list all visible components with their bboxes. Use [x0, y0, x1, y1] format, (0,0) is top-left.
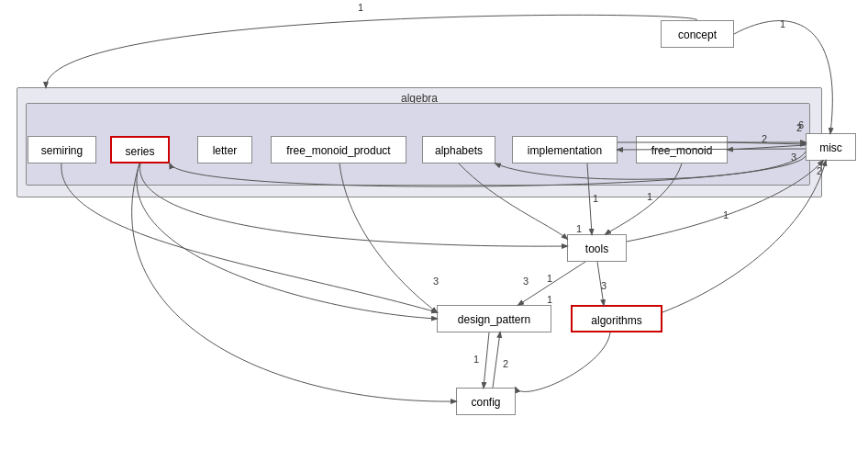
node-series[interactable]: series	[110, 136, 170, 163]
arrows-layer: 1 2 6 3 1 1 3 1 3 1 2	[0, 0, 868, 462]
svg-text:1: 1	[473, 354, 479, 365]
node-free-monoid-product[interactable]: free_monoid_product	[271, 136, 406, 163]
node-config[interactable]: config	[456, 388, 516, 415]
node-misc[interactable]: misc	[806, 133, 856, 161]
node-design-pattern[interactable]: design_pattern	[437, 305, 551, 332]
svg-text:3: 3	[433, 276, 439, 287]
node-implementation[interactable]: implementation	[512, 136, 618, 163]
svg-text:1: 1	[358, 2, 363, 13]
svg-text:3: 3	[601, 280, 606, 291]
svg-text:1: 1	[723, 209, 729, 220]
svg-text:1: 1	[547, 294, 552, 305]
node-concept[interactable]: concept	[661, 20, 734, 48]
node-alphabets[interactable]: alphabets	[422, 136, 495, 163]
node-tools[interactable]: tools	[567, 234, 627, 262]
node-letter[interactable]: letter	[197, 136, 252, 163]
node-semiring[interactable]: semiring	[28, 136, 96, 163]
node-free-monoid[interactable]: free_monoid	[636, 136, 728, 163]
svg-text:1: 1	[780, 18, 785, 29]
node-algorithms[interactable]: algorithms	[571, 305, 662, 332]
dependency-diagram: algebra semiring series letter free_mono…	[0, 0, 868, 462]
svg-text:2: 2	[503, 358, 508, 369]
svg-text:1: 1	[547, 273, 552, 284]
svg-text:3: 3	[523, 276, 529, 287]
svg-text:1: 1	[576, 223, 582, 234]
